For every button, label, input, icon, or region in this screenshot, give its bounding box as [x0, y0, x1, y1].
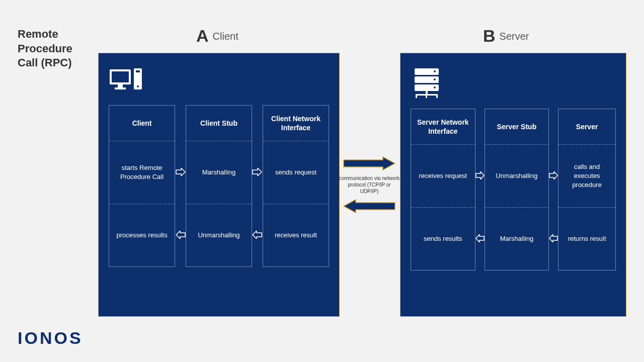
- arrow-right-icon: [252, 140, 262, 203]
- big-arrow-right-icon: [342, 156, 397, 171]
- svg-point-12: [434, 86, 436, 88]
- cell: returns result: [558, 207, 615, 270]
- cell: Marshalling: [186, 141, 252, 204]
- svg-rect-2: [118, 84, 123, 87]
- client-network-column: Client Network Interface sends request r…: [263, 105, 329, 267]
- server-stub-column: Server Stub Unmarshalling Marshalling: [485, 109, 549, 270]
- cell: sends results: [411, 207, 475, 270]
- client-panel: Client starts Remote Procedure Call proc…: [98, 53, 340, 317]
- column-header: Client Network Interface: [263, 106, 329, 141]
- svg-point-10: [434, 70, 436, 72]
- arrow-right-icon: [475, 144, 485, 207]
- column-header: Client Stub: [186, 106, 252, 141]
- svg-rect-16: [426, 94, 427, 98]
- cell: receives result: [263, 204, 329, 266]
- svg-point-11: [434, 78, 436, 80]
- cell: sends request: [263, 141, 329, 204]
- column-header: Client: [109, 106, 175, 141]
- column-header: Server Stub: [485, 109, 549, 144]
- computer-icon: [109, 67, 329, 95]
- svg-rect-17: [436, 94, 438, 98]
- server-network-column: Server Network Interface receives reques…: [411, 109, 475, 270]
- arrow-right-icon: [176, 140, 186, 203]
- cell: starts Remote Procedure Call: [109, 141, 175, 204]
- svg-rect-6: [136, 70, 140, 72]
- column-header: Server: [558, 109, 615, 144]
- cell: calls and executes procedure: [558, 144, 615, 207]
- server-column: Server calls and executes procedure retu…: [558, 109, 616, 270]
- big-arrow-left-icon: [342, 199, 397, 214]
- cell: receives request: [411, 144, 475, 207]
- svg-point-5: [137, 85, 139, 87]
- svg-rect-1: [112, 71, 129, 82]
- network-communication: communication via network protocol (TCP/…: [338, 156, 400, 214]
- arrow-left-icon: [475, 207, 485, 269]
- diagram-title: Remote Procedure Call (RPC): [18, 27, 72, 70]
- cell: Unmarshalling: [485, 144, 549, 207]
- network-text: communication via network protocol (TCP/…: [338, 175, 400, 195]
- arrow-left-icon: [549, 207, 558, 269]
- client-column: Client starts Remote Procedure Call proc…: [109, 105, 175, 267]
- arrow-left-icon: [176, 203, 186, 266]
- server-panel: Server Network Interface receives reques…: [400, 53, 626, 317]
- cell: Marshalling: [485, 207, 549, 270]
- svg-rect-3: [115, 87, 126, 89]
- arrow-left-icon: [252, 203, 262, 266]
- arrow-right-icon: [549, 144, 558, 207]
- cell: processes results: [109, 204, 175, 266]
- panel-a-label: AClient: [196, 26, 238, 46]
- ionos-logo: IONOS: [18, 328, 83, 348]
- column-header: Server Network Interface: [411, 109, 475, 144]
- svg-rect-15: [416, 94, 417, 98]
- panel-b-label: BServer: [483, 26, 529, 46]
- client-stub-column: Client Stub Marshalling Unmarshalling: [186, 105, 252, 267]
- cell: Unmarshalling: [186, 204, 252, 266]
- server-icon: [411, 67, 616, 99]
